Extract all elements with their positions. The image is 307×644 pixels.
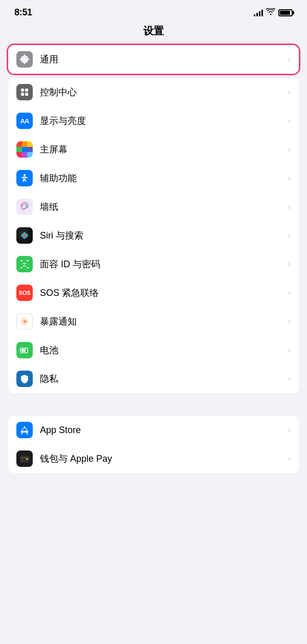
app-store-icon xyxy=(16,422,33,438)
general-label: 通用 xyxy=(40,53,286,66)
settings-row-display[interactable]: AA 显示与亮度 › xyxy=(8,106,299,135)
wallet-label: 钱包与 Apple Pay xyxy=(40,453,286,465)
svg-point-10 xyxy=(23,232,27,239)
svg-point-4 xyxy=(24,174,26,176)
settings-row-privacy[interactable]: 隐私 › xyxy=(8,364,299,393)
privacy-icon xyxy=(16,371,33,387)
wifi-icon xyxy=(266,8,275,17)
face-id-label: 面容 ID 与密码 xyxy=(40,258,286,270)
svg-point-7 xyxy=(25,204,27,206)
settings-row-siri[interactable]: Siri 与搜索 › xyxy=(8,221,299,250)
siri-label: Siri 与搜索 xyxy=(40,229,286,242)
exposure-icon xyxy=(16,313,33,330)
exposure-label: 暴露通知 xyxy=(40,315,286,328)
wallpaper-label: 墙纸 xyxy=(40,201,286,213)
display-icon: AA xyxy=(16,113,33,129)
svg-rect-2 xyxy=(21,93,24,96)
settings-row-wallet[interactable]: 钱包与 Apple Pay › xyxy=(8,444,299,473)
settings-row-face-id[interactable]: 面容 ID 与密码 › xyxy=(8,250,299,278)
settings-row-app-store[interactable]: App Store › xyxy=(8,416,299,444)
battery-settings-icon xyxy=(16,342,33,358)
settings-section-general: 通用 › xyxy=(8,45,299,74)
privacy-label: 隐私 xyxy=(40,373,286,385)
svg-rect-25 xyxy=(26,459,28,460)
accessibility-icon xyxy=(16,170,33,186)
settings-section-main: 控制中心 › AA 显示与亮度 › 主屏幕 › xyxy=(8,78,299,393)
settings-row-home-screen[interactable]: 主屏幕 › xyxy=(8,135,299,164)
control-center-icon xyxy=(16,84,33,100)
general-chevron: › xyxy=(288,55,291,64)
settings-row-sos[interactable]: SOS SOS 紧急联络 › xyxy=(8,278,299,307)
svg-point-8 xyxy=(26,206,28,207)
svg-point-16 xyxy=(26,263,27,264)
svg-point-20 xyxy=(24,321,26,323)
battery-label: 电池 xyxy=(40,344,286,356)
control-center-label: 控制中心 xyxy=(40,86,286,98)
settings-row-control-center[interactable]: 控制中心 › xyxy=(8,78,299,106)
svg-rect-3 xyxy=(25,93,28,96)
svg-rect-0 xyxy=(21,89,24,92)
wallet-icon xyxy=(16,450,33,467)
app-store-label: App Store xyxy=(40,425,286,436)
home-screen-icon xyxy=(16,141,33,158)
settings-row-general[interactable]: 通用 › xyxy=(8,45,299,74)
home-screen-label: 主屏幕 xyxy=(40,143,286,156)
sos-label: SOS 紧急联络 xyxy=(40,287,286,299)
svg-point-5 xyxy=(22,205,24,206)
settings-row-wallpaper[interactable]: 墙纸 › xyxy=(8,192,299,221)
sos-icon: SOS xyxy=(16,285,33,301)
general-icon xyxy=(16,51,33,68)
settings-section-store: App Store › 钱包与 Apple Pay › xyxy=(8,416,299,473)
page-title: 设置 xyxy=(0,22,307,45)
svg-point-6 xyxy=(24,204,25,205)
svg-rect-13 xyxy=(20,267,23,268)
svg-rect-1 xyxy=(25,89,28,92)
svg-rect-22 xyxy=(21,349,26,352)
signal-icon xyxy=(254,9,263,16)
face-id-icon xyxy=(16,256,33,272)
wallpaper-icon xyxy=(16,199,33,215)
svg-rect-12 xyxy=(27,260,29,261)
svg-rect-11 xyxy=(20,260,23,261)
svg-rect-14 xyxy=(27,267,29,268)
settings-row-battery[interactable]: 电池 › xyxy=(8,336,299,364)
status-bar: 8:51 xyxy=(0,0,307,22)
svg-rect-26 xyxy=(21,460,24,461)
settings-row-accessibility[interactable]: 辅助功能 › xyxy=(8,164,299,192)
settings-row-exposure[interactable]: 暴露通知 › xyxy=(8,307,299,336)
svg-point-15 xyxy=(23,263,24,264)
status-icons xyxy=(254,8,293,17)
battery-icon xyxy=(278,9,293,16)
accessibility-label: 辅助功能 xyxy=(40,172,286,184)
siri-icon xyxy=(16,227,33,244)
svg-rect-27 xyxy=(21,461,23,462)
section-gap xyxy=(0,397,307,416)
display-label: 显示与亮度 xyxy=(40,115,286,127)
status-time: 8:51 xyxy=(14,7,32,18)
